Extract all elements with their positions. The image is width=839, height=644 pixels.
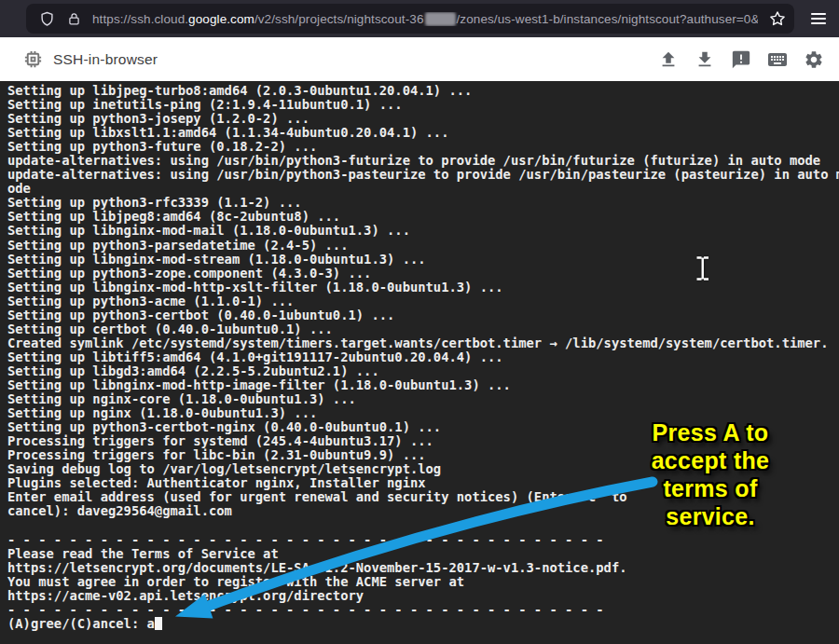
bookmark-star-icon[interactable] [768,9,787,28]
keyboard-shortcuts-button[interactable] [766,48,789,71]
annotation-line: service. [617,502,804,530]
url-bar[interactable]: https://ssh.cloud.google.com/v2/ssh/proj… [26,4,794,34]
header-actions [657,48,825,71]
annotation-line: Press A to [617,418,804,446]
url-text[interactable]: https://ssh.cloud.google.com/v2/ssh/proj… [92,12,758,26]
url-domain: google.com [188,12,254,26]
lock-icon[interactable] [66,11,82,27]
hamburger-menu-icon[interactable] [806,7,831,31]
cpu-chip-icon [22,48,44,70]
page-title: SSH-in-browser [53,51,158,68]
terminal-cursor [155,617,162,630]
redacted-project-number [425,12,456,26]
download-file-button[interactable] [694,48,716,71]
send-feedback-button[interactable] [730,48,752,71]
settings-button[interactable] [803,48,825,71]
annotation-text: Press A to accept the terms of service. [617,418,804,530]
annotation-line: accept the [617,446,804,474]
app-header: SSH-in-browser [0,37,839,81]
url-path-2: /zones/us-west1-b/instances/nightscout?a… [457,12,759,26]
shield-icon[interactable] [38,10,56,28]
url-scheme-subdomain: https://ssh.cloud. [92,12,188,26]
terminal[interactable]: Setting up libjpeg-turbo8:amd64 (2.0.3-0… [0,81,839,644]
browser-toolbar: https://ssh.cloud.google.com/v2/ssh/proj… [0,0,839,37]
terminal-output: Setting up libjpeg-turbo8:amd64 (2.0.3-0… [0,81,839,631]
url-path-1: /v2/ssh/projects/nightscout-36 [254,12,424,26]
annotation-line: terms of [617,474,804,502]
upload-file-button[interactable] [657,48,680,71]
